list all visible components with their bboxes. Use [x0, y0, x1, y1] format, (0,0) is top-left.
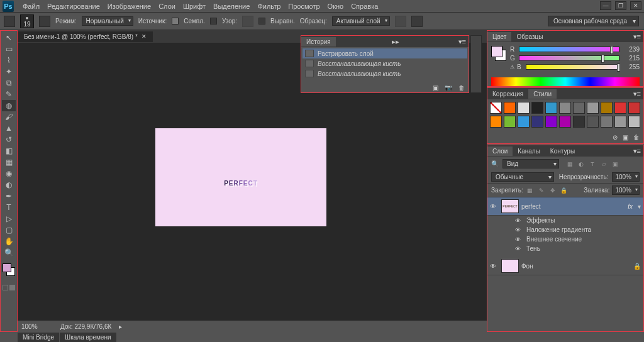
visibility-icon[interactable]: 👁 [515, 227, 523, 233]
style-swatch[interactable] [559, 116, 571, 128]
visibility-icon[interactable]: 👁 [490, 203, 499, 210]
color-tab[interactable]: Цвет [487, 32, 511, 41]
style-swatch[interactable] [601, 102, 613, 114]
eyedropper-tool[interactable]: ✎ [2, 89, 16, 100]
source-sampled-radio[interactable] [172, 18, 179, 25]
style-swatch[interactable] [504, 116, 516, 128]
zoom-tool[interactable]: 🔍 [2, 247, 16, 258]
ignore-adj-icon[interactable] [395, 16, 406, 27]
path-select-tool[interactable]: ▷ [2, 213, 16, 224]
gradient-tool[interactable]: ▦ [2, 157, 16, 168]
crop-tool[interactable]: ⧉ [2, 77, 16, 89]
pressure-icon[interactable] [411, 16, 423, 27]
timeline-tab[interactable]: Шкала времени [60, 333, 116, 342]
menu-select[interactable]: Выделение [209, 1, 253, 11]
visibility-icon[interactable]: 👁 [515, 246, 523, 252]
mini-bridge-tab[interactable]: Mini Bridge [18, 333, 59, 342]
style-swatch[interactable] [573, 116, 585, 128]
tool-preset-icon[interactable] [4, 16, 15, 27]
style-swatch[interactable] [559, 102, 571, 114]
marquee-tool[interactable]: ▭ [2, 43, 16, 55]
menu-layer[interactable]: Слои [155, 1, 179, 11]
brush-preview[interactable]: ●19 [20, 14, 34, 28]
paths-tab[interactable]: Контуры [545, 146, 580, 156]
style-swatch[interactable] [490, 116, 502, 128]
healing-brush-tool[interactable]: ◍ [2, 100, 16, 111]
source-pattern-radio[interactable] [210, 18, 217, 25]
workspace-dropdown[interactable]: Основная рабочая среда [548, 16, 639, 26]
fx-drop-shadow[interactable]: 👁Тень [487, 244, 643, 253]
visibility-icon[interactable]: 👁 [515, 236, 523, 243]
lock-position-icon[interactable]: ✥ [548, 186, 557, 195]
history-brush-tool[interactable]: ↺ [2, 134, 16, 145]
panel-menu-icon[interactable]: ▾≡ [631, 90, 643, 98]
hand-tool[interactable]: ✋ [2, 236, 16, 247]
style-swatch[interactable] [531, 116, 543, 128]
stamp-tool[interactable]: ▲ [2, 123, 16, 134]
r-value[interactable]: 239 [622, 46, 640, 53]
menu-filter[interactable]: Фильтр [253, 1, 284, 11]
type-tool[interactable]: T [2, 202, 16, 213]
b-slider[interactable] [526, 64, 619, 70]
filter-pixel-icon[interactable]: ▦ [565, 160, 574, 168]
style-swatch[interactable] [518, 116, 530, 128]
lock-transparency-icon[interactable]: ▦ [526, 186, 535, 195]
filter-type-icon[interactable]: T [588, 160, 597, 168]
fx-gradient-overlay[interactable]: 👁Наложение градиента [487, 225, 643, 234]
move-tool[interactable]: ↖ [2, 32, 16, 43]
style-swatch[interactable] [601, 116, 613, 128]
snapshot-icon[interactable]: 📷 [445, 84, 452, 91]
lock-pixels-icon[interactable]: ✎ [537, 186, 546, 195]
panel-menu-icon[interactable]: ▾≡ [631, 33, 643, 41]
style-swatch[interactable] [531, 102, 543, 114]
layer-thumbnail[interactable] [501, 259, 519, 273]
fg-bg-swatch[interactable] [491, 46, 506, 61]
r-slider[interactable] [519, 47, 619, 52]
delete-state-icon[interactable]: 🗑 [458, 84, 465, 91]
menu-image[interactable]: Изображение [104, 1, 155, 11]
visibility-icon[interactable]: 👁 [515, 218, 523, 224]
b-value[interactable]: 255 [622, 63, 640, 70]
style-swatch[interactable] [545, 102, 557, 114]
fx-collapse-icon[interactable]: ▾ [638, 203, 641, 210]
color-spectrum[interactable] [491, 77, 640, 86]
blend-mode-dropdown[interactable]: Нормальный [82, 16, 133, 26]
close-button[interactable]: ✕ [630, 1, 641, 10]
close-tab-icon[interactable]: ✕ [142, 33, 147, 40]
layer-thumbnail[interactable]: PERFECT [501, 199, 519, 213]
menu-view[interactable]: Просмотр [284, 1, 323, 11]
brush-panel-icon[interactable] [39, 16, 50, 27]
panel-menu-icon[interactable]: ▾≡ [456, 38, 469, 46]
style-swatch[interactable] [573, 102, 585, 114]
style-swatch[interactable] [628, 116, 640, 128]
style-swatch[interactable] [614, 116, 626, 128]
filter-shape-icon[interactable]: ▱ [599, 160, 608, 168]
delete-style-icon[interactable]: 🗑 [633, 134, 640, 141]
collapsed-panel-strip[interactable] [470, 35, 482, 93]
layers-tab[interactable]: Слои [487, 146, 513, 156]
fx-badge[interactable]: fx [628, 203, 633, 210]
menu-type[interactable]: Шрифт [179, 1, 209, 11]
pen-tool[interactable]: ✒ [2, 190, 16, 202]
history-tab[interactable]: История [301, 37, 336, 47]
style-swatch[interactable] [587, 116, 599, 128]
clear-style-icon[interactable]: ⊘ [613, 134, 618, 141]
blend-mode-dropdown[interactable]: Обычные [491, 172, 554, 182]
collapse-icon[interactable]: ▸▸ [389, 38, 402, 46]
menu-file[interactable]: Файл [19, 1, 43, 11]
style-swatch[interactable] [545, 116, 557, 128]
style-swatch[interactable] [628, 102, 640, 114]
brush-tool[interactable]: 🖌 [2, 111, 16, 123]
visibility-icon[interactable]: 👁 [490, 263, 499, 270]
zoom-level[interactable]: 100% [21, 323, 53, 330]
dodge-tool[interactable]: ◐ [2, 179, 16, 190]
pattern-picker[interactable] [242, 16, 253, 27]
style-swatch[interactable] [614, 102, 626, 114]
g-value[interactable]: 215 [622, 55, 640, 62]
create-document-icon[interactable]: ▣ [433, 84, 438, 91]
style-swatch[interactable] [504, 102, 516, 114]
lock-all-icon[interactable]: 🔒 [560, 186, 569, 195]
color-swatches[interactable] [3, 263, 15, 276]
style-swatch[interactable] [587, 102, 599, 114]
layer-row[interactable]: 👁 Фон 🔒 [487, 257, 643, 275]
